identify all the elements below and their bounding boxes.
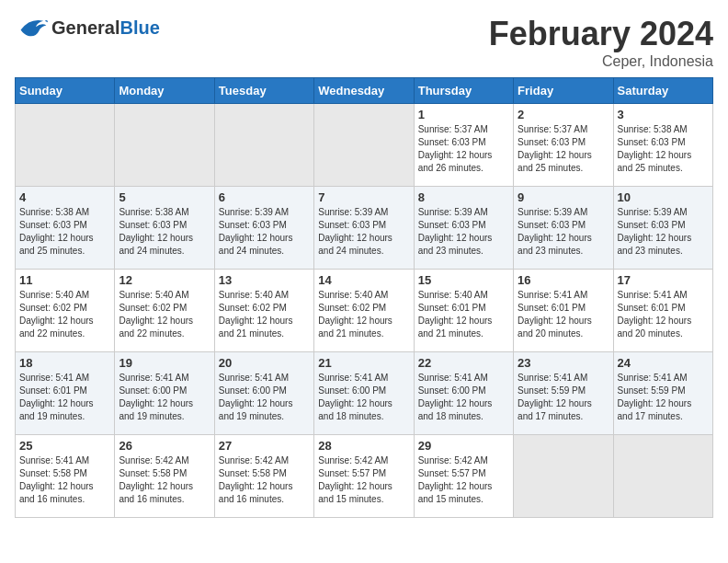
day-info: Sunrise: 5:40 AMSunset: 6:02 PMDaylight:… [219, 289, 310, 340]
calendar-cell: 9Sunrise: 5:39 AMSunset: 6:03 PMDaylight… [514, 187, 613, 270]
calendar-week-row: 25Sunrise: 5:41 AMSunset: 5:58 PMDayligh… [16, 435, 713, 518]
day-info: Sunrise: 5:42 AMSunset: 5:57 PMDaylight:… [418, 454, 509, 506]
weekday-header: Tuesday [214, 78, 313, 104]
day-info: Sunrise: 5:41 AMSunset: 6:00 PMDaylight:… [219, 372, 310, 423]
day-info: Sunrise: 5:39 AMSunset: 6:03 PMDaylight:… [318, 206, 409, 258]
calendar-cell [214, 104, 313, 187]
day-info: Sunrise: 5:40 AMSunset: 6:02 PMDaylight:… [19, 289, 110, 340]
day-info: Sunrise: 5:41 AMSunset: 5:59 PMDaylight:… [518, 372, 609, 423]
calendar-cell: 10Sunrise: 5:39 AMSunset: 6:03 PMDayligh… [613, 187, 712, 270]
calendar-cell: 11Sunrise: 5:40 AMSunset: 6:02 PMDayligh… [16, 270, 115, 352]
day-number: 12 [119, 273, 210, 287]
calendar-cell: 7Sunrise: 5:39 AMSunset: 6:03 PMDaylight… [314, 187, 414, 270]
calendar-cell: 3Sunrise: 5:38 AMSunset: 6:03 PMDaylight… [613, 104, 712, 187]
day-info: Sunrise: 5:41 AMSunset: 5:58 PMDaylight:… [19, 454, 110, 506]
day-info: Sunrise: 5:40 AMSunset: 6:02 PMDaylight:… [318, 289, 409, 340]
day-info: Sunrise: 5:39 AMSunset: 6:03 PMDaylight:… [418, 206, 509, 258]
calendar-cell: 17Sunrise: 5:41 AMSunset: 6:01 PMDayligh… [613, 270, 712, 352]
day-number: 28 [318, 439, 409, 453]
day-info: Sunrise: 5:39 AMSunset: 6:03 PMDaylight:… [219, 206, 310, 258]
month-title: February 2024 [489, 15, 713, 53]
day-number: 9 [518, 190, 609, 204]
calendar-cell: 6Sunrise: 5:39 AMSunset: 6:03 PMDaylight… [214, 187, 313, 270]
day-info: Sunrise: 5:42 AMSunset: 5:57 PMDaylight:… [318, 454, 409, 506]
day-number: 15 [418, 273, 509, 287]
calendar-cell: 23Sunrise: 5:41 AMSunset: 5:59 PMDayligh… [514, 352, 613, 435]
calendar-week-row: 11Sunrise: 5:40 AMSunset: 6:02 PMDayligh… [16, 270, 713, 352]
calendar-cell [514, 435, 613, 518]
weekday-header: Monday [115, 78, 214, 104]
calendar-week-row: 4Sunrise: 5:38 AMSunset: 6:03 PMDaylight… [16, 187, 713, 270]
day-number: 29 [418, 439, 509, 453]
weekday-header: Friday [514, 78, 613, 104]
day-number: 8 [418, 190, 509, 204]
day-info: Sunrise: 5:41 AMSunset: 6:00 PMDaylight:… [418, 372, 509, 423]
day-number: 10 [618, 190, 709, 204]
day-info: Sunrise: 5:37 AMSunset: 6:03 PMDaylight:… [418, 123, 509, 175]
day-number: 2 [518, 108, 609, 121]
calendar-cell: 29Sunrise: 5:42 AMSunset: 5:57 PMDayligh… [414, 435, 513, 518]
day-number: 24 [618, 356, 709, 370]
day-number: 23 [518, 356, 609, 370]
day-info: Sunrise: 5:38 AMSunset: 6:03 PMDaylight:… [618, 123, 709, 175]
calendar-cell: 21Sunrise: 5:41 AMSunset: 6:00 PMDayligh… [314, 352, 414, 435]
calendar-cell: 5Sunrise: 5:38 AMSunset: 6:03 PMDaylight… [115, 187, 214, 270]
day-info: Sunrise: 5:41 AMSunset: 5:59 PMDaylight:… [618, 372, 709, 423]
day-info: Sunrise: 5:41 AMSunset: 6:01 PMDaylight:… [19, 372, 110, 423]
calendar-cell: 8Sunrise: 5:39 AMSunset: 6:03 PMDaylight… [414, 187, 513, 270]
day-number: 26 [119, 439, 210, 453]
calendar-cell: 27Sunrise: 5:42 AMSunset: 5:58 PMDayligh… [214, 435, 313, 518]
calendar-cell [314, 104, 414, 187]
day-info: Sunrise: 5:41 AMSunset: 6:01 PMDaylight:… [618, 289, 709, 340]
day-number: 6 [219, 190, 310, 204]
day-info: Sunrise: 5:41 AMSunset: 6:01 PMDaylight:… [518, 289, 609, 340]
weekday-header: Sunday [16, 78, 115, 104]
day-info: Sunrise: 5:39 AMSunset: 6:03 PMDaylight:… [518, 206, 609, 258]
day-number: 3 [618, 108, 709, 121]
calendar-cell: 22Sunrise: 5:41 AMSunset: 6:00 PMDayligh… [414, 352, 513, 435]
weekday-header: Saturday [613, 78, 712, 104]
calendar-cell: 16Sunrise: 5:41 AMSunset: 6:01 PMDayligh… [514, 270, 613, 352]
calendar-cell [613, 435, 712, 518]
calendar-cell: 24Sunrise: 5:41 AMSunset: 5:59 PMDayligh… [613, 352, 712, 435]
day-info: Sunrise: 5:40 AMSunset: 6:02 PMDaylight:… [119, 289, 210, 340]
day-number: 1 [418, 108, 509, 121]
day-number: 21 [318, 356, 409, 370]
day-number: 5 [119, 190, 210, 204]
calendar-cell: 4Sunrise: 5:38 AMSunset: 6:03 PMDaylight… [16, 187, 115, 270]
calendar-cell: 19Sunrise: 5:41 AMSunset: 6:00 PMDayligh… [115, 352, 214, 435]
calendar-cell [115, 104, 214, 187]
day-number: 14 [318, 273, 409, 287]
calendar-cell: 13Sunrise: 5:40 AMSunset: 6:02 PMDayligh… [214, 270, 313, 352]
calendar-table: SundayMondayTuesdayWednesdayThursdayFrid… [15, 77, 713, 518]
logo: GeneralBlue [15, 15, 160, 40]
day-number: 25 [19, 439, 110, 453]
weekday-header: Thursday [414, 78, 513, 104]
day-info: Sunrise: 5:38 AMSunset: 6:03 PMDaylight:… [19, 206, 110, 258]
calendar-cell: 1Sunrise: 5:37 AMSunset: 6:03 PMDaylight… [414, 104, 513, 187]
calendar-header-row: SundayMondayTuesdayWednesdayThursdayFrid… [16, 78, 713, 104]
day-info: Sunrise: 5:41 AMSunset: 6:00 PMDaylight:… [119, 372, 210, 423]
calendar-week-row: 18Sunrise: 5:41 AMSunset: 6:01 PMDayligh… [16, 352, 713, 435]
page-header: GeneralBlue February 2024 Ceper, Indones… [15, 15, 713, 70]
weekday-header: Wednesday [314, 78, 414, 104]
day-number: 11 [19, 273, 110, 287]
calendar-week-row: 1Sunrise: 5:37 AMSunset: 6:03 PMDaylight… [16, 104, 713, 187]
day-number: 22 [418, 356, 509, 370]
day-number: 19 [119, 356, 210, 370]
day-info: Sunrise: 5:42 AMSunset: 5:58 PMDaylight:… [219, 454, 310, 506]
title-area: February 2024 Ceper, Indonesia [489, 15, 713, 70]
day-number: 20 [219, 356, 310, 370]
day-number: 16 [518, 273, 609, 287]
calendar-cell: 20Sunrise: 5:41 AMSunset: 6:00 PMDayligh… [214, 352, 313, 435]
calendar-cell: 18Sunrise: 5:41 AMSunset: 6:01 PMDayligh… [16, 352, 115, 435]
logo-icon [15, 15, 48, 40]
day-number: 18 [19, 356, 110, 370]
day-info: Sunrise: 5:41 AMSunset: 6:00 PMDaylight:… [318, 372, 409, 423]
calendar-cell: 26Sunrise: 5:42 AMSunset: 5:58 PMDayligh… [115, 435, 214, 518]
calendar-cell: 28Sunrise: 5:42 AMSunset: 5:57 PMDayligh… [314, 435, 414, 518]
logo-blue: Blue [119, 17, 159, 38]
day-number: 7 [318, 190, 409, 204]
calendar-cell [16, 104, 115, 187]
day-info: Sunrise: 5:40 AMSunset: 6:01 PMDaylight:… [418, 289, 509, 340]
